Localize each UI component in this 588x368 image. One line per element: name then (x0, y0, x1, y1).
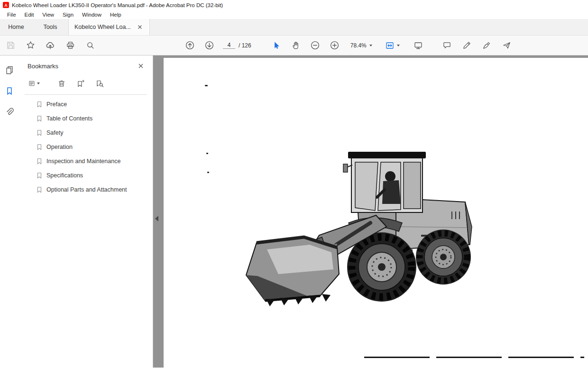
tab-tools[interactable]: Tools (32, 19, 68, 35)
edit-pen-icon[interactable] (461, 40, 472, 51)
bookmark-icon (36, 172, 43, 179)
loader-rear-wheel (416, 230, 471, 285)
document-canvas[interactable] (153, 55, 588, 368)
bookmark-item[interactable]: Inspection and Maintenance (19, 154, 153, 168)
star-icon[interactable] (25, 40, 36, 51)
loader-cab (343, 152, 426, 212)
fill-sign-icon[interactable] (481, 40, 492, 51)
bookmark-item[interactable]: Table of Contents (19, 111, 153, 126)
bookmarks-panel-header: Bookmarks (19, 60, 153, 72)
bookmarks-panel-toolbar (19, 75, 153, 92)
select-tool-icon[interactable] (271, 40, 282, 51)
bookmark-label: Table of Contents (46, 115, 92, 122)
bookmark-options-icon[interactable] (28, 78, 40, 89)
menu-view[interactable]: View (38, 12, 58, 18)
bookmark-icon (36, 144, 43, 150)
chevron-down-icon (369, 45, 372, 46)
bookmark-icon (36, 186, 43, 193)
wheel-loader-illustration (239, 152, 476, 311)
window-title: Kobelco Wheel Loader LK350-II Operator's… (12, 2, 223, 8)
tab-document[interactable]: Kobelco Wheel Loa... (68, 19, 150, 35)
page-thumbnails-icon[interactable] (4, 65, 15, 75)
hand-tool-icon[interactable] (290, 40, 302, 51)
main-toolbar: / 126 78.4% (0, 36, 588, 55)
page-mark (206, 153, 208, 154)
fit-page-dropdown[interactable] (385, 41, 400, 50)
toolbar-nav-group: / 126 78.4% (184, 36, 424, 55)
zoom-level-value: 78.4% (350, 42, 367, 49)
menu-edit[interactable]: Edit (20, 12, 38, 18)
bookmarks-panel-icon[interactable] (4, 86, 15, 96)
bookmark-icon (36, 101, 43, 108)
tab-home-label: Home (8, 24, 24, 30)
page-mark (207, 172, 209, 173)
bookmark-label: Safety (46, 129, 63, 136)
bookmarks-panel-title: Bookmarks (28, 63, 58, 70)
cloud-upload-icon[interactable] (45, 40, 56, 51)
bookmark-icon (36, 115, 43, 122)
menu-file[interactable]: File (3, 12, 20, 18)
window-titlebar: Kobelco Wheel Loader LK350-II Operator's… (0, 0, 588, 10)
pdf-page (164, 58, 588, 368)
send-esign-icon[interactable] (501, 40, 512, 51)
bookmark-label: Operation (46, 144, 73, 150)
bookmarks-panel: Bookmarks Preface (19, 55, 153, 368)
bookmark-item[interactable]: Optional Parts and Attachment (19, 183, 153, 197)
page-down-icon[interactable] (203, 40, 215, 51)
main-area: Bookmarks Preface (0, 55, 588, 368)
toolbar-file-group (5, 36, 96, 55)
fit-page-icon (385, 41, 395, 50)
chevron-down-icon (37, 83, 40, 84)
page-number-input[interactable] (223, 42, 235, 49)
acrobat-logo-icon (3, 2, 9, 8)
bookmark-item[interactable]: Operation (19, 140, 153, 154)
chevron-down-icon (397, 45, 400, 46)
tab-tools-label: Tools (43, 24, 57, 30)
loader-bucket (246, 237, 339, 306)
bookmark-label: Inspection and Maintenance (46, 158, 120, 165)
page-dashed-line (364, 357, 584, 358)
panel-collapse-handle[interactable] (155, 216, 158, 221)
zoom-in-icon[interactable] (329, 40, 340, 51)
page-up-icon[interactable] (184, 40, 195, 51)
find-bookmark-icon[interactable] (94, 78, 105, 89)
menu-help[interactable]: Help (106, 12, 126, 18)
bookmarks-list: Preface Table of Contents Safety Operati… (19, 95, 153, 197)
tab-home[interactable]: Home (0, 19, 32, 35)
bookmark-label: Optional Parts and Attachment (46, 186, 127, 193)
bookmark-item[interactable]: Preface (19, 97, 153, 111)
save-icon[interactable] (5, 40, 16, 51)
search-icon[interactable] (84, 40, 96, 51)
navigation-rail (0, 55, 19, 368)
menu-bar: File Edit View Sign Window Help (0, 10, 588, 19)
bookmark-item[interactable]: Safety (19, 126, 153, 140)
menu-window[interactable]: Window (78, 12, 106, 18)
bookmark-label: Specifications (46, 172, 83, 179)
tab-document-label: Kobelco Wheel Loa... (74, 24, 131, 30)
page-number-box: / 126 (223, 42, 251, 49)
comment-icon[interactable] (441, 40, 452, 51)
tab-bar: Home Tools Kobelco Wheel Loa... (0, 19, 588, 36)
page-count-label: / 126 (239, 42, 251, 49)
zoom-out-icon[interactable] (310, 40, 321, 51)
new-bookmark-icon[interactable] (75, 78, 86, 89)
tab-close-icon[interactable] (136, 23, 144, 31)
zoom-level-dropdown[interactable]: 78.4% (350, 42, 372, 49)
presentation-icon[interactable] (413, 40, 424, 51)
panel-close-icon[interactable] (137, 62, 145, 70)
print-icon[interactable] (64, 40, 76, 51)
toolbar-tools-group (441, 36, 512, 55)
bookmark-icon (36, 158, 43, 165)
bookmark-label: Preface (46, 101, 67, 108)
delete-bookmark-icon[interactable] (56, 78, 67, 89)
bookmark-icon (36, 129, 43, 136)
menu-sign[interactable]: Sign (58, 12, 78, 18)
page-mark (205, 85, 208, 86)
attachments-icon[interactable] (4, 107, 15, 117)
bookmark-item[interactable]: Specifications (19, 168, 153, 183)
